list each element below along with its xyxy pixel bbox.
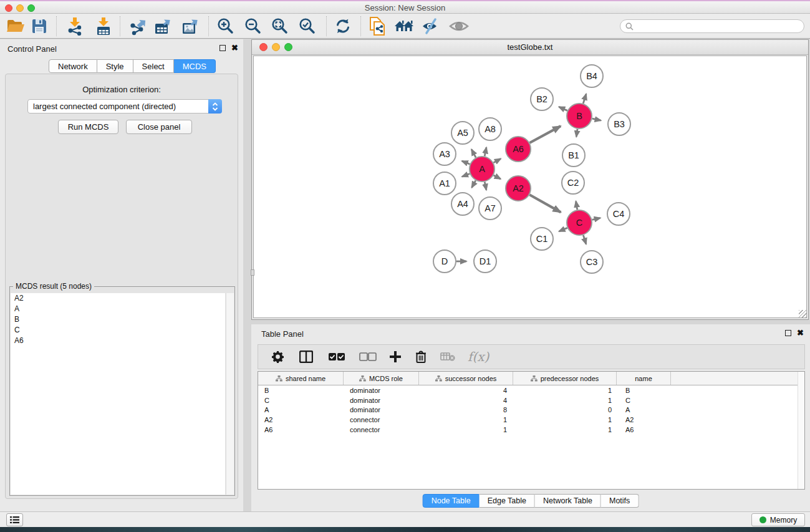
column-header-successor-nodes[interactable]: successor nodes [419, 372, 513, 385]
refresh-icon[interactable] [334, 17, 352, 35]
graph-node-C2[interactable]: C2 [562, 172, 584, 194]
graph-node-A7[interactable]: A7 [479, 197, 501, 220]
zoom-selected-icon[interactable] [298, 17, 317, 36]
mcds-result-item[interactable]: A6 [11, 336, 225, 346]
graph-node-B2[interactable]: B2 [531, 88, 553, 110]
table-row[interactable]: Adominator80A [258, 405, 804, 415]
edge-A-A4[interactable] [472, 180, 476, 187]
tab-select[interactable]: Select [133, 59, 174, 73]
column-header-MCDS-role[interactable]: MCDS role [344, 372, 419, 385]
edge-C-C3[interactable] [583, 235, 586, 244]
select-all-icon[interactable] [328, 352, 345, 361]
add-column-icon[interactable] [389, 351, 402, 363]
table-row[interactable]: Cdominator41C [258, 395, 804, 405]
column-header-name[interactable]: name [617, 372, 671, 385]
edge-A-A8[interactable] [485, 147, 486, 156]
column-layout-icon[interactable] [299, 351, 313, 363]
edge-C-C1[interactable] [559, 228, 567, 231]
column-header-shared-name[interactable]: shared name [258, 372, 344, 385]
table-row[interactable]: A2connector11A2 [258, 415, 804, 425]
deselect-all-icon[interactable] [359, 352, 377, 361]
graph-node-A[interactable]: A [470, 157, 494, 181]
close-panel-icon[interactable]: ✖ [797, 328, 804, 337]
graph-node-A4[interactable]: A4 [451, 193, 474, 215]
edge-A-A7[interactable] [485, 182, 486, 190]
search-input[interactable] [636, 22, 804, 31]
table-scrollbar[interactable] [798, 372, 804, 489]
edge-A-A6[interactable] [493, 158, 501, 162]
mcds-result-list[interactable]: A2ABCA6 [11, 293, 225, 495]
graph-node-A6[interactable]: A6 [506, 137, 531, 162]
edge-A-A2[interactable] [494, 175, 501, 179]
export-image-icon[interactable] [181, 17, 200, 36]
duplicate-network-icon[interactable] [369, 16, 387, 36]
graph-node-A3[interactable]: A3 [433, 143, 456, 165]
column-header-predecessor-nodes[interactable]: predecessor nodes [513, 372, 617, 385]
zoom-out-icon[interactable] [244, 17, 263, 36]
graph-node-A5[interactable]: A5 [451, 122, 474, 144]
mcds-result-item[interactable]: A [11, 304, 225, 314]
tab-edge-table[interactable]: Edge Table [480, 494, 535, 508]
import-table-icon[interactable] [95, 17, 112, 36]
frame-resize-grip[interactable] [799, 310, 807, 318]
export-table-icon[interactable] [154, 17, 173, 36]
tab-network-table[interactable]: Network Table [535, 494, 601, 508]
graph-node-A1[interactable]: A1 [433, 172, 456, 195]
search-field[interactable] [620, 19, 804, 33]
edge-B-B3[interactable] [592, 118, 601, 120]
gear-icon[interactable] [272, 351, 284, 363]
table-row[interactable]: Bdominator41B [258, 385, 804, 395]
network-canvas[interactable]: B4B2BB3A8A5A6A3B1AC2A1A2A4A7C4CC1DD1C3 [253, 56, 807, 318]
graph-node-D[interactable]: D [433, 250, 456, 273]
mcds-result-item[interactable]: B [11, 314, 225, 325]
float-panel-icon[interactable] [785, 330, 791, 336]
edge-B-B2[interactable] [559, 107, 567, 110]
tab-style[interactable]: Style [97, 59, 133, 73]
save-session-icon[interactable] [31, 18, 47, 34]
edge-A-A3[interactable] [462, 161, 470, 164]
edge-A-A1[interactable] [462, 174, 470, 177]
mcds-result-item[interactable]: C [11, 325, 225, 336]
edge-B-B1[interactable] [576, 129, 577, 137]
close-panel-icon[interactable]: ✖ [231, 43, 238, 52]
memory-button[interactable]: Memory [751, 513, 805, 526]
table-row[interactable]: A6connector11A6 [258, 425, 804, 435]
function-builder-icon[interactable]: f(x) [468, 349, 489, 364]
zoom-fit-icon[interactable] [271, 17, 289, 36]
run-mcds-button[interactable]: Run MCDS [58, 120, 118, 134]
graph-node-B1[interactable]: B1 [562, 144, 585, 167]
home-neighbors-icon[interactable] [394, 19, 414, 34]
edge-A2-C[interactable] [529, 195, 561, 212]
graph-node-B4[interactable]: B4 [581, 65, 603, 87]
graph-node-B[interactable]: B [567, 104, 592, 128]
graph-node-C4[interactable]: C4 [607, 203, 630, 225]
graph-node-B3[interactable]: B3 [608, 113, 630, 135]
zoom-in-icon[interactable] [216, 17, 235, 36]
close-panel-button[interactable]: Close panel [126, 120, 192, 134]
network-window-titlebar[interactable]: testGlobe.txt [252, 40, 808, 55]
tab-node-table[interactable]: Node Table [423, 494, 480, 508]
tab-network[interactable]: Network [49, 59, 97, 73]
task-history-button[interactable] [6, 513, 23, 526]
delete-icon[interactable] [415, 351, 427, 363]
tab-motifs[interactable]: Motifs [601, 494, 639, 508]
edge-A-A5[interactable] [471, 149, 476, 157]
float-panel-icon[interactable] [219, 45, 226, 51]
edge-C-C2[interactable] [576, 201, 577, 210]
tab-mcds[interactable]: MCDS [174, 59, 216, 73]
hide-selected-icon[interactable] [422, 18, 440, 34]
show-eye-icon[interactable] [449, 19, 469, 33]
export-network-icon[interactable] [128, 17, 147, 36]
graph-node-A8[interactable]: A8 [479, 118, 501, 140]
graph-node-A2[interactable]: A2 [506, 176, 531, 201]
graph-node-C[interactable]: C [567, 210, 592, 235]
mcds-result-item[interactable]: A2 [11, 293, 225, 304]
delete-table-icon[interactable] [440, 352, 455, 362]
graph-node-C3[interactable]: C3 [581, 251, 603, 273]
frame-left-handle[interactable] [251, 269, 254, 276]
mcds-result-scrollbar[interactable] [226, 293, 234, 495]
edge-C-C4[interactable] [592, 218, 600, 220]
criterion-dropdown[interactable]: largest connected component (directed) [27, 99, 222, 114]
import-network-icon[interactable] [66, 17, 84, 36]
edge-A6-B[interactable] [529, 126, 561, 143]
